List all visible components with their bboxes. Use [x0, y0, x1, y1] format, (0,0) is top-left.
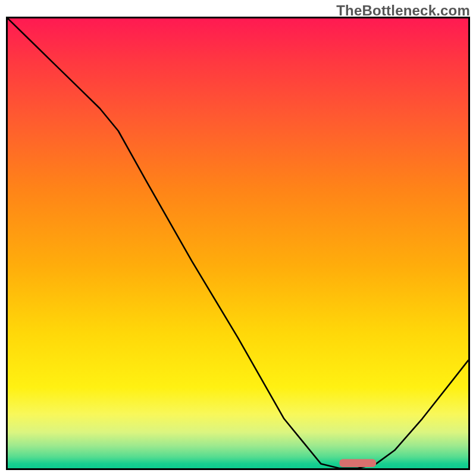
plot-area: [8, 18, 468, 468]
chart-container: TheBottleneck.com: [0, 0, 476, 476]
optimal-range-marker: [8, 18, 468, 468]
marker-rect: [339, 459, 376, 467]
plot-frame: [6, 17, 470, 470]
watermark-text: TheBottleneck.com: [336, 2, 470, 19]
